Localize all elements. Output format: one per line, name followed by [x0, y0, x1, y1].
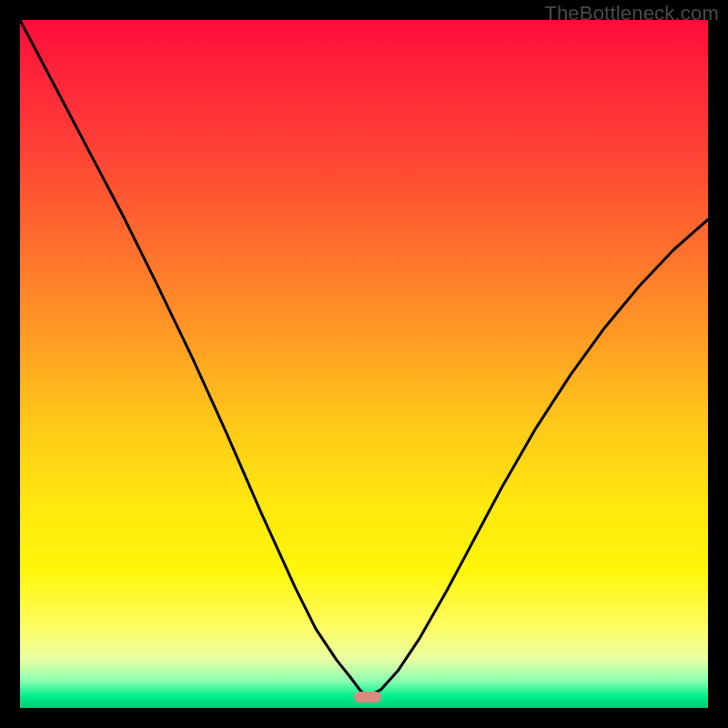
- chart-frame: TheBottleneck.com: [0, 0, 728, 728]
- watermark-text: TheBottleneck.com: [544, 2, 719, 25]
- optimal-point-marker: [354, 692, 381, 703]
- plot-area: [20, 20, 708, 708]
- bottleneck-curve: [20, 20, 708, 708]
